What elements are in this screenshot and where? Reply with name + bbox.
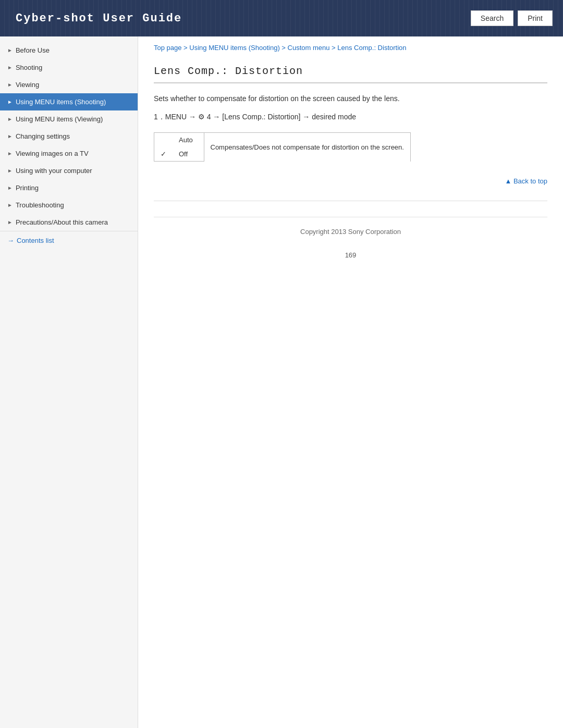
sidebar-arrow-icon: ► [7,47,13,53]
sidebar-arrow-icon: ► [7,99,13,105]
sidebar-item-0[interactable]: ►Before Use [0,42,138,59]
sidebar-arrow-icon: ► [7,202,13,208]
check-cell-off: ✓ [154,147,173,162]
instruction-content: 1．MENU → ⚙ 4 → [Lens Comp.: Distortion] … [154,113,356,121]
sidebar-item-label: Using MENU items (Shooting) [16,98,106,106]
sidebar-item-7[interactable]: ►Using with your computer [0,162,138,179]
sidebar: ►Before Use►Shooting►Viewing►Using MENU … [0,36,138,728]
arrow-right-icon: → [7,237,14,244]
sidebar-item-label: Before Use [16,46,50,54]
instruction-text: 1．MENU → ⚙ 4 → [Lens Comp.: Distortion] … [154,113,547,122]
sidebar-item-10[interactable]: ►Precautions/About this camera [0,214,138,231]
options-table: Auto Compensates/Does not compensate for… [154,132,411,162]
sidebar-item-label: Changing settings [16,132,70,140]
breadcrumb-separator: > [280,44,288,52]
sidebar-item-label: Printing [16,184,39,192]
sidebar-item-label: Shooting [16,64,42,71]
sidebar-item-4[interactable]: ►Using MENU items (Viewing) [0,110,138,128]
sidebar-item-label: Precautions/About this camera [16,218,108,226]
main-container: ►Before Use►Shooting►Viewing►Using MENU … [0,36,563,728]
back-to-top: ▲ Back to top [154,172,547,190]
footer: Copyright 2013 Sony Corporation [154,217,547,246]
sidebar-arrow-icon: ► [7,185,13,191]
breadcrumb-separator: > [182,44,190,52]
app-title: Cyber-shot User Guide [0,12,182,25]
back-to-top-link[interactable]: ▲ Back to top [505,177,547,185]
option-name-off: Off [173,147,204,162]
page-title: Lens Comp.: Distortion [154,57,547,83]
sidebar-item-label: Viewing [16,81,39,89]
main-content: Top page > Using MENU items (Shooting) >… [138,36,563,728]
option-description: Compensates/Does not compensate for dist… [204,133,410,162]
sidebar-item-5[interactable]: ►Changing settings [0,128,138,145]
search-button[interactable]: Search [471,10,513,26]
header: Cyber-shot User Guide Search Print [0,0,563,36]
page-description: Sets whether to compensate for distortio… [154,93,547,104]
table-row: Auto Compensates/Does not compensate for… [154,133,411,147]
sidebar-item-6[interactable]: ►Viewing images on a TV [0,145,138,162]
sidebar-arrow-icon: ► [7,82,13,88]
sidebar-arrow-icon: ► [7,168,13,174]
page-number: 169 [154,246,547,264]
contents-link-label: Contents list [17,237,54,244]
sidebar-item-label: Using MENU items (Viewing) [16,115,103,123]
breadcrumb-link-0[interactable]: Top page [154,44,182,52]
breadcrumb-link-3[interactable]: Lens Comp.: Distortion [337,44,406,52]
sidebar-item-1[interactable]: ►Shooting [0,59,138,76]
copyright-text: Copyright 2013 Sony Corporation [300,228,401,236]
check-cell-auto [154,133,173,147]
sidebar-item-2[interactable]: ►Viewing [0,76,138,93]
breadcrumb-separator: > [329,44,337,52]
sidebar-item-8[interactable]: ►Printing [0,179,138,196]
sidebar-arrow-icon: ► [7,219,13,225]
breadcrumb-link-2[interactable]: Custom menu [288,44,330,52]
print-button[interactable]: Print [518,10,553,26]
header-buttons: Search Print [471,10,563,26]
option-name-auto: Auto [173,133,204,147]
sidebar-item-label: Troubleshooting [16,201,64,209]
sidebar-item-label: Using with your computer [16,167,92,175]
sidebar-item-label: Viewing images on a TV [16,150,89,157]
sidebar-arrow-icon: ► [7,133,13,139]
contents-list-link[interactable]: → Contents list [0,231,138,250]
sidebar-arrow-icon: ► [7,151,13,156]
sidebar-arrow-icon: ► [7,65,13,70]
sidebar-item-9[interactable]: ►Troubleshooting [0,196,138,214]
sidebar-item-3[interactable]: ►Using MENU items (Shooting) [0,93,138,110]
breadcrumb-link-1[interactable]: Using MENU items (Shooting) [189,44,279,52]
sidebar-arrow-icon: ► [7,116,13,122]
breadcrumb: Top page > Using MENU items (Shooting) >… [154,36,547,57]
